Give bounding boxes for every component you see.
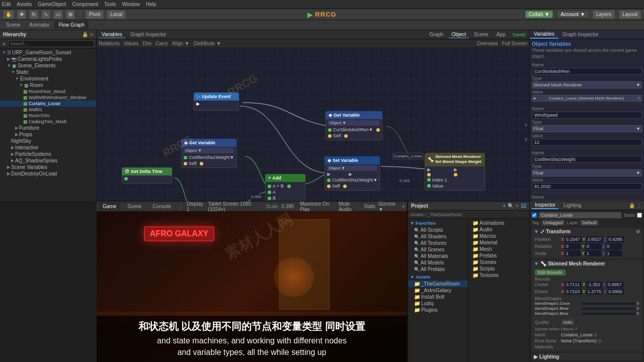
proj-material[interactable]: 📁Material (469, 239, 528, 246)
var1-value-select[interactable]: ● Curtains_Loose (Skinned Mesh Renderer)… (532, 95, 642, 102)
proj-all-shaders[interactable]: 🔍All Shaders (408, 233, 468, 240)
static-checkbox[interactable] (637, 213, 642, 218)
node-smr-set[interactable]: 🦴 Skinned Mesh Renderer Set Blend Shape … (425, 153, 485, 191)
hier-static[interactable]: ▼ Static (0, 69, 96, 75)
hier-scene-vars[interactable]: ▶ Scene Variables (0, 164, 96, 170)
flow-subtab-app[interactable]: App (494, 31, 509, 38)
mesh-link-icon[interactable]: ⊙ (594, 332, 598, 337)
hier-dontdestroy[interactable]: ▶ DontDestroyOnLoad (0, 170, 96, 177)
tag-select[interactable]: Untagged (541, 220, 565, 226)
hierarchy-search[interactable] (8, 40, 94, 47)
project-add-icon[interactable]: + (503, 203, 506, 209)
scale-y-val[interactable]: 1 (585, 250, 601, 256)
move-tool[interactable]: ✥ (17, 10, 26, 19)
var3-value-input[interactable]: 81.2032 (532, 183, 642, 190)
menu-component[interactable]: Component (72, 2, 98, 7)
smr-header[interactable]: ▼ 🦴 Skinned Mesh Renderer (532, 260, 642, 267)
hier-urp-gameroom[interactable]: ▼ ☰ URP_GameRoom_Sunset (0, 49, 96, 56)
console-tab[interactable]: Console (149, 203, 176, 210)
layout-button[interactable]: Layout (619, 10, 641, 19)
transform-settings-icon[interactable]: ⚙ (636, 229, 640, 234)
layer-select[interactable]: Default (580, 220, 599, 226)
var2-type-select[interactable]: Float▼ (532, 125, 642, 132)
flow-tab-variables[interactable]: Variables (99, 31, 125, 38)
menu-tools[interactable]: Tools (104, 2, 116, 7)
proj-prefabs[interactable]: 📁Prefabs (469, 252, 528, 259)
inspector-lock-icon[interactable]: 🔒 (629, 203, 635, 208)
proj-scripts[interactable]: 📁Scripts (469, 265, 528, 272)
proj-the-game-room[interactable]: 📁_TheGameRoom (408, 281, 468, 287)
menu-help[interactable]: Help (146, 2, 156, 7)
local-toggle[interactable]: Local (107, 10, 126, 19)
var2-name-input[interactable]: WindSpeed (532, 112, 642, 119)
update-offscreen-check[interactable]: ✓ (575, 326, 579, 331)
proj-textures[interactable]: 📁Textures (469, 272, 528, 279)
proj-all-textures[interactable]: 🔍All Textures (408, 240, 468, 246)
flow-tab-graph-inspector[interactable]: Graph Inspector (127, 31, 170, 38)
pos-x-val[interactable]: 0.1547 (565, 236, 582, 242)
node-get-delta-time[interactable]: ⏱ Get Delta Time (122, 167, 172, 184)
extent-x-val[interactable]: 0.7103 (565, 289, 582, 295)
relations-btn[interactable]: Relations (99, 41, 120, 46)
node-get-var3[interactable]: ◈ Get Variable Object ▼ CurSkinMeshRen▼ … (326, 111, 382, 140)
maximize-btn[interactable]: Maximize On Play (300, 201, 336, 212)
hier-room[interactable]: ▼ ▦ Room (0, 82, 96, 88)
align-btn[interactable]: Align ▼ (172, 41, 190, 46)
proj-mesh[interactable]: 📁Mesh (469, 246, 528, 252)
quality-select[interactable]: Auto (561, 319, 575, 325)
project-menu-icon[interactable]: ≡ (516, 203, 519, 209)
scene-tab2[interactable]: Scene (123, 203, 145, 210)
center-z-val[interactable]: 0.9957 (606, 282, 623, 288)
fullscreen-btn[interactable]: Full Screen (502, 41, 527, 46)
hier-cealingtrim[interactable]: ▦ CealingTrim_Mesh (0, 119, 96, 125)
node-get-var1[interactable]: ◈ Get Variable Object ▼ CurBlenSha1Weigh… (181, 139, 236, 168)
hier-curtains-loose[interactable]: ▦ Curtains_Loose (0, 101, 96, 107)
hierarchy-lock-icon[interactable]: 🔒 (82, 32, 88, 37)
hier-props[interactable]: ▶ Props (0, 131, 96, 138)
menu-edit[interactable]: Edit (2, 2, 11, 7)
dim-btn[interactable]: Dim (143, 41, 152, 46)
inspector-tab-lighting[interactable]: Lighting (560, 202, 584, 209)
proj-all-scenes[interactable]: 🔍All Scenes (408, 246, 468, 253)
stats-btn[interactable]: Stats (364, 204, 375, 209)
hier-aq-shadow[interactable]: ▶ AQ_ShadowSpries (0, 157, 96, 164)
hier-camera-lights[interactable]: ▶ 📷 CameraLightsProbs (0, 56, 96, 62)
obj-name-field[interactable]: Curtains_Loose (539, 212, 621, 218)
hier-roomtrim[interactable]: ▦ RoomTrim (0, 113, 96, 119)
extent-y-val[interactable]: 1.3775 (586, 289, 603, 295)
node-add[interactable]: + Add A + B A B (265, 174, 305, 201)
proj-astro-galaxy[interactable]: 📁_AstroGalaxy (408, 287, 468, 294)
blend-val-blow1[interactable]: 0 (637, 306, 639, 311)
favorites-header[interactable]: ▼Favorites (408, 220, 468, 227)
hier-environment[interactable]: ▼ Environment (0, 75, 96, 82)
pos-z-val[interactable]: 0.4285 (607, 236, 624, 242)
menu-gameobject[interactable]: GameObject (38, 2, 66, 7)
proj-all-prefabs[interactable]: 🔍All Prefabs (408, 266, 468, 273)
hier-nightsky[interactable]: NightSky (0, 138, 96, 144)
blend-val-blow2[interactable]: 0 (637, 311, 639, 316)
overview-btn[interactable]: Overview (477, 41, 498, 46)
hierarchy-menu-icon[interactable]: ≡ (90, 32, 93, 37)
flow-subtab-graph[interactable]: Graph (427, 31, 447, 38)
rotate-tool[interactable]: ↻ (29, 10, 38, 19)
edit-bounds-btn[interactable]: Edit Bounds (535, 269, 566, 276)
values-btn[interactable]: Values (124, 41, 139, 46)
gizmos-btn[interactable]: Gizmos ▼ (378, 201, 399, 212)
hier-wallwindow[interactable]: ▦ WallWithWindow02_Window (0, 95, 96, 101)
menu-window[interactable]: Window (122, 2, 140, 7)
game-tab[interactable]: Game (99, 203, 120, 210)
center-x-val[interactable]: 0.7111 (565, 282, 582, 288)
mute-btn[interactable]: Mute Audio (339, 201, 361, 212)
inspector-tab-inspector[interactable]: Inspector (532, 202, 558, 209)
account-button[interactable]: Account ▼ (557, 11, 589, 18)
extent-z-val[interactable]: 0.9956 (607, 289, 624, 295)
rot-x-val[interactable]: 0 (565, 243, 581, 249)
rootbone-link-icon[interactable]: ⊙ (598, 338, 602, 343)
transform-tool[interactable]: ⊞ (66, 10, 75, 19)
proj-all-materials[interactable]: 🔍All Materials (408, 253, 468, 259)
var3-name-input[interactable]: CurBlenSha1Weight (532, 156, 642, 163)
proj-all-models[interactable]: 🔍All Models (408, 259, 468, 266)
blend-val-close[interactable]: 0 (637, 301, 639, 306)
assets-header[interactable]: ▼Assets (408, 274, 468, 281)
canvas-scroll-right2[interactable]: › (525, 135, 527, 144)
